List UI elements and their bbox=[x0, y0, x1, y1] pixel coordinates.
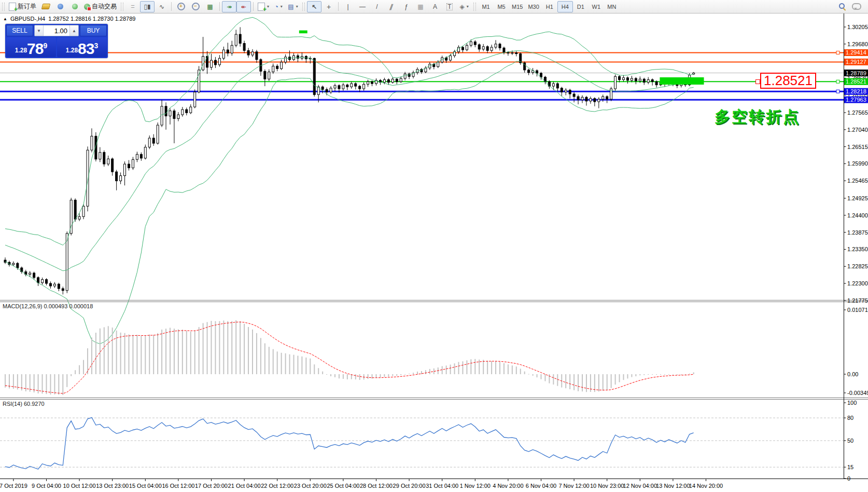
macd-pane-layer bbox=[5, 320, 694, 395]
channel-icon: ∥ bbox=[389, 4, 394, 10]
search-button[interactable] bbox=[835, 1, 849, 12]
rsi-pane-layer bbox=[0, 418, 844, 469]
new-order-button[interactable]: 新订单 bbox=[7, 1, 38, 12]
svg-text:1.27040: 1.27040 bbox=[847, 127, 868, 133]
arrows-tool-button[interactable]: ◈▾ bbox=[457, 1, 471, 12]
timeframe-h4-button[interactable]: H4 bbox=[557, 1, 573, 12]
terminal-button[interactable] bbox=[38, 1, 53, 12]
chart-canvas[interactable]: 1.302051.296801.291551.286301.281051.275… bbox=[0, 0, 868, 492]
crosshair-tool-button[interactable]: + bbox=[321, 1, 336, 12]
pane-frame-layer bbox=[0, 13, 868, 479]
volume-value[interactable]: 1.00 bbox=[44, 25, 69, 36]
symbol-ohlc-bar[interactable]: ▲ GBPUSD-,H4 1.28752 1.28816 1.28730 1.2… bbox=[3, 16, 135, 22]
sell-button[interactable]: SELL bbox=[6, 25, 33, 36]
bar-chart-icon: ꘌ bbox=[131, 4, 135, 10]
svg-text:1.27565: 1.27565 bbox=[847, 110, 868, 116]
buy-price-display[interactable]: 1.28 83 3 bbox=[57, 37, 107, 57]
chevron-down-icon: ▾ bbox=[296, 4, 298, 9]
timeframe-m30-button[interactable]: M30 bbox=[525, 1, 541, 12]
svg-text:31 Oct 04:00: 31 Oct 04:00 bbox=[426, 483, 458, 489]
svg-text:23 Oct 20:00: 23 Oct 20:00 bbox=[294, 483, 327, 489]
label-icon: T bbox=[446, 3, 452, 10]
chat-button[interactable] bbox=[849, 1, 864, 12]
new-chart-button[interactable]: ▾ bbox=[256, 1, 271, 12]
svg-text:13 Oct 23:00: 13 Oct 23:00 bbox=[96, 483, 129, 489]
bar-chart-button[interactable]: ꘌ bbox=[125, 1, 140, 12]
timeframe-m15-button[interactable]: M15 bbox=[509, 1, 525, 12]
toolbar-grip[interactable] bbox=[121, 3, 123, 11]
cursor-tool-button[interactable]: ↖ bbox=[307, 1, 321, 12]
svg-text:13 Nov 12:00: 13 Nov 12:00 bbox=[656, 483, 690, 489]
timeframe-m5-button[interactable]: M5 bbox=[494, 1, 509, 12]
time-axis-layer: 7 Oct 20199 Oct 04:0010 Oct 12:0013 Oct … bbox=[0, 479, 723, 489]
svg-text:10 Nov 23:00: 10 Nov 23:00 bbox=[590, 483, 624, 489]
trendline-tool-button[interactable]: / bbox=[370, 1, 384, 12]
toolbar-separator bbox=[253, 2, 254, 11]
community-button[interactable] bbox=[53, 1, 67, 12]
volume-increase-button[interactable]: ▲ bbox=[69, 25, 78, 36]
candles-layer bbox=[4, 27, 695, 294]
channel-tool-button[interactable]: ∥ bbox=[384, 1, 399, 12]
toolbar-grip[interactable] bbox=[473, 3, 476, 11]
shapes-icon: ◈ bbox=[459, 4, 464, 10]
svg-text:100: 100 bbox=[847, 400, 857, 406]
svg-text:1.23875: 1.23875 bbox=[847, 229, 868, 236]
svg-text:7 Oct 2019: 7 Oct 2019 bbox=[0, 483, 27, 489]
vline-tool-button[interactable]: | bbox=[341, 1, 355, 12]
timeframe-w1-button[interactable]: W1 bbox=[589, 1, 604, 12]
candle-chart-button[interactable]: ▯▮ bbox=[140, 1, 155, 12]
svg-text:12 Nov 04:00: 12 Nov 04:00 bbox=[623, 483, 657, 489]
line-chart-button[interactable]: ∿ bbox=[155, 1, 169, 12]
auto-trading-button[interactable]: 自动交易 bbox=[82, 1, 119, 12]
collapse-icon[interactable]: ▲ bbox=[3, 17, 7, 21]
fibonacci-tool-button[interactable]: ƒ bbox=[399, 1, 413, 12]
svg-text:50: 50 bbox=[847, 438, 853, 444]
svg-text:1.26515: 1.26515 bbox=[847, 144, 868, 150]
svg-text:22 Oct 12:00: 22 Oct 12:00 bbox=[261, 483, 293, 489]
tile-windows-button[interactable]: ▦ bbox=[203, 1, 217, 12]
svg-text:15: 15 bbox=[847, 464, 853, 470]
timeframe-mn-button[interactable]: MN bbox=[604, 1, 620, 12]
toolbar-grip[interactable] bbox=[302, 3, 305, 11]
volume-stepper: ▼ 1.00 ▲ bbox=[34, 25, 79, 36]
toolbar-grip[interactable] bbox=[2, 3, 5, 11]
auto-scroll-button[interactable]: ↠ bbox=[222, 1, 236, 12]
svg-text:7 Nov 12:00: 7 Nov 12:00 bbox=[558, 483, 589, 489]
rsi-indicator-label: RSI(14) 60.9270 bbox=[3, 401, 45, 407]
grid-tool-button[interactable]: ▦ bbox=[413, 1, 428, 12]
timeframe-d1-button[interactable]: D1 bbox=[573, 1, 589, 12]
svg-text:1.29680: 1.29680 bbox=[847, 41, 868, 47]
rsi-line bbox=[5, 418, 694, 469]
svg-text:17 Oct 20:00: 17 Oct 20:00 bbox=[195, 483, 228, 489]
chart-shift-button[interactable]: ↞ bbox=[236, 1, 251, 12]
svg-text:1 Nov 12:00: 1 Nov 12:00 bbox=[460, 483, 491, 489]
svg-text:80: 80 bbox=[847, 415, 853, 421]
tile-windows-icon: ▦ bbox=[207, 4, 213, 10]
buy-button[interactable]: BUY bbox=[80, 25, 107, 36]
svg-text:1.28789: 1.28789 bbox=[846, 70, 866, 76]
grid-icon: ▦ bbox=[417, 4, 423, 10]
text-tool-button[interactable]: A bbox=[428, 1, 442, 12]
auto-trading-icon bbox=[84, 4, 90, 10]
timeframe-h1-button[interactable]: H1 bbox=[542, 1, 557, 12]
toolbar-separator bbox=[219, 2, 220, 11]
sell-price-display[interactable]: 1.28 78 9 bbox=[6, 37, 56, 57]
trendline-icon: / bbox=[376, 4, 377, 10]
templates-button[interactable]: ▤▾ bbox=[286, 1, 300, 12]
svg-text:1.30205: 1.30205 bbox=[847, 24, 868, 30]
volume-decrease-button[interactable]: ▼ bbox=[35, 25, 44, 36]
svg-text:1.21775: 1.21775 bbox=[847, 297, 868, 304]
profiles-button[interactable]: ◔▾ bbox=[271, 1, 286, 12]
timeframe-m1-button[interactable]: M1 bbox=[478, 1, 494, 12]
svg-text:1.22300: 1.22300 bbox=[847, 280, 868, 286]
signals-button[interactable] bbox=[67, 1, 82, 12]
hline-tool-button[interactable]: — bbox=[355, 1, 370, 12]
zoom-out-button[interactable]: − bbox=[188, 1, 203, 12]
label-tool-button[interactable]: T bbox=[442, 1, 457, 12]
annotation-anchor-handle[interactable] bbox=[755, 79, 760, 84]
svg-text:1.28521: 1.28521 bbox=[846, 78, 866, 85]
auto-trading-label: 自动交易 bbox=[92, 2, 117, 11]
price-axis-layer: 1.302051.296801.291551.286301.281051.275… bbox=[844, 24, 868, 304]
zoom-in-button[interactable]: + bbox=[174, 1, 188, 12]
vertical-line-icon: | bbox=[347, 4, 348, 10]
